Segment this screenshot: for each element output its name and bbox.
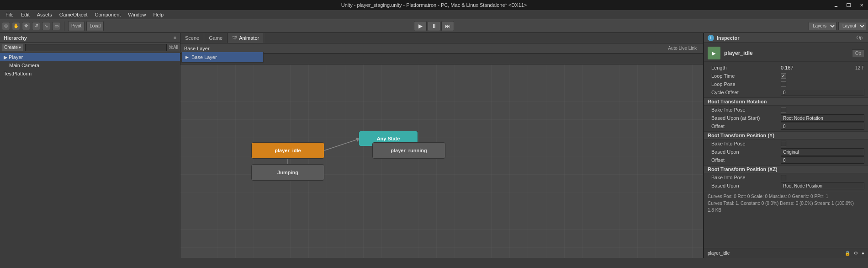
posy-offset-field[interactable] xyxy=(781,156,864,164)
window-controls: 🗕 🗖 ✕ xyxy=(830,0,868,10)
inspector-content: ▶ player_idle Op Length 0.167 12 F Loop … xyxy=(704,43,868,248)
rotation-based-row: Based Upon (at Start) xyxy=(704,114,868,122)
rotation-bake-label: Bake Into Pose xyxy=(708,107,781,113)
create-button[interactable]: Create ▾ xyxy=(2,44,23,51)
posy-based-field[interactable] xyxy=(781,148,864,155)
local-button[interactable]: Local xyxy=(86,21,104,31)
cycle-offset-field[interactable] xyxy=(781,89,864,96)
rotation-based-field[interactable] xyxy=(781,114,864,122)
clip-header: ▶ player_idle Op xyxy=(704,45,868,62)
layers-select[interactable]: Layers xyxy=(809,22,836,30)
posy-offset-label: Offset xyxy=(708,157,781,163)
posy-based-label: Based Upon xyxy=(708,149,781,155)
animator-canvas[interactable]: player_idle Jumping Any State player_run… xyxy=(180,64,703,258)
menu-item-assets[interactable]: Assets xyxy=(33,10,56,19)
menu-item-help[interactable]: Help xyxy=(149,10,167,19)
loop-time-label: Loop Time xyxy=(708,73,781,79)
clip-options-btn[interactable]: Op xyxy=(852,49,864,57)
layers-dropdown-item-base[interactable]: ▶ Base Layer xyxy=(182,52,263,62)
inspector-title: Inspector xyxy=(717,35,855,41)
state-player-idle[interactable]: player_idle xyxy=(251,142,324,159)
menu-item-edit[interactable]: Edit xyxy=(17,10,33,19)
cycle-offset-label: Cycle Offset xyxy=(708,90,781,95)
hierarchy-list: ▶ Player Main Camera TestPlatform xyxy=(0,52,180,79)
loop-pose-label: Loop Pose xyxy=(708,81,781,87)
tab-bar: Scene Game 🎬 Animator xyxy=(180,33,703,43)
auto-live-link: Auto Live Link xyxy=(665,46,699,51)
inspector-header: i Inspector Op xyxy=(704,33,868,43)
rotation-offset-label: Offset xyxy=(708,123,781,129)
hand-tool[interactable]: ✋ xyxy=(12,22,20,30)
rotation-offset-row: Offset xyxy=(704,122,868,130)
tab-animator[interactable]: 🎬 Animator xyxy=(228,33,264,43)
inspector-bottom-clip: player_idle xyxy=(708,251,730,256)
step-button[interactable]: ⏭ xyxy=(441,21,454,31)
posxz-bake-checkbox[interactable] xyxy=(781,175,786,180)
hierarchy-item-testplatform[interactable]: TestPlatform xyxy=(0,70,180,78)
clip-name: player_idle xyxy=(724,50,848,56)
scale-tool[interactable]: ⤡ xyxy=(42,22,50,30)
posxz-bake-row: Bake Into Pose xyxy=(704,173,868,182)
hierarchy-item-maincamera[interactable]: Main Camera xyxy=(0,61,180,70)
menu-item-gameobject[interactable]: GameObject xyxy=(56,10,91,19)
hierarchy-header: Hierarchy ≡ xyxy=(0,33,180,43)
hierarchy-title: Hierarchy xyxy=(4,35,174,41)
state-jumping[interactable]: Jumping xyxy=(251,164,324,181)
all-label[interactable]: ⌘All xyxy=(169,45,178,50)
posy-bake-row: Bake Into Pose xyxy=(704,139,868,148)
title-bar: Unity - player_staging.unity - Platforma… xyxy=(0,0,868,10)
hierarchy-search[interactable] xyxy=(25,44,167,51)
layout-select[interactable]: Layout xyxy=(838,22,866,30)
pivot-button[interactable]: Pivot xyxy=(68,21,85,31)
rotate-tool[interactable]: ↺ xyxy=(32,22,40,30)
inspector-bottom-bar: player_idle 🔒 ⚙ ● xyxy=(704,248,868,258)
posy-bake-checkbox[interactable] xyxy=(781,141,786,146)
unity-icon[interactable]: ⊕ xyxy=(2,22,10,30)
rotation-based-label: Based Upon (at Start) xyxy=(708,115,781,121)
posxz-based-field[interactable] xyxy=(781,182,864,189)
menu-bar: FileEditAssetsGameObjectComponentWindowH… xyxy=(0,10,868,19)
toolbar: ⊕ ✋ ✥ ↺ ⤡ ▭ Pivot Local ▶ ⏸ ⏭ Layers Lay… xyxy=(0,19,868,33)
menu-item-file[interactable]: File xyxy=(2,10,17,19)
layers-dropdown: ▶ Base Layer xyxy=(181,52,264,63)
length-edit[interactable]: 12 F xyxy=(855,65,864,70)
posxz-based-label: Based Upon xyxy=(708,183,781,188)
pause-button[interactable]: ⏸ xyxy=(428,21,440,31)
loop-pose-checkbox[interactable] xyxy=(781,81,786,87)
separator-1 xyxy=(64,21,64,31)
menu-item-component[interactable]: Component xyxy=(91,10,124,19)
section-position-y: Root Transform Position (Y) xyxy=(704,131,868,139)
minimize-btn[interactable]: 🗕 xyxy=(830,0,842,10)
rotation-offset-field[interactable] xyxy=(781,123,864,130)
inspector-options-btn[interactable]: Op xyxy=(855,35,864,40)
hierarchy-close[interactable]: ≡ xyxy=(174,35,176,40)
length-label: Length xyxy=(708,65,781,70)
inspector-record-icon[interactable]: ● xyxy=(862,251,864,256)
rect-tool[interactable]: ▭ xyxy=(52,22,60,30)
posxz-based-row: Based Upon xyxy=(704,182,868,190)
hierarchy-item-player[interactable]: ▶ Player xyxy=(0,53,180,61)
inspector-settings-icon[interactable]: ⚙ xyxy=(854,251,858,256)
loop-time-checkbox[interactable] xyxy=(781,73,786,79)
title-text: Unity - player_staging.unity - Platforma… xyxy=(341,2,527,8)
main-area: Hierarchy ≡ Create ▾ ⌘All ▶ Player Main … xyxy=(0,33,868,258)
tab-game[interactable]: Game xyxy=(204,33,228,43)
move-tool[interactable]: ✥ xyxy=(22,22,30,30)
loop-pose-row: Loop Pose xyxy=(704,80,868,88)
close-btn[interactable]: ✕ xyxy=(855,0,868,10)
section-root-rotation: Root Transform Rotation xyxy=(704,97,868,106)
rotation-bake-checkbox[interactable] xyxy=(781,107,786,113)
menu-item-window[interactable]: Window xyxy=(124,10,149,19)
posy-bake-label: Bake Into Pose xyxy=(708,141,781,146)
maximize-btn[interactable]: 🗖 xyxy=(842,0,855,10)
state-player-running[interactable]: player_running xyxy=(372,142,445,159)
playback-controls: ▶ ⏸ ⏭ xyxy=(414,21,454,31)
breadcrumb-base-layer[interactable]: Base Layer xyxy=(184,46,210,51)
posy-offset-row: Offset xyxy=(704,156,868,164)
tab-scene[interactable]: Scene xyxy=(180,33,204,43)
length-value: 0.167 xyxy=(781,65,855,70)
cycle-offset-row: Cycle Offset xyxy=(704,88,868,96)
posxz-bake-label: Bake Into Pose xyxy=(708,175,781,180)
play-button[interactable]: ▶ xyxy=(414,21,427,31)
inspector-lock-icon[interactable]: 🔒 xyxy=(845,251,850,256)
